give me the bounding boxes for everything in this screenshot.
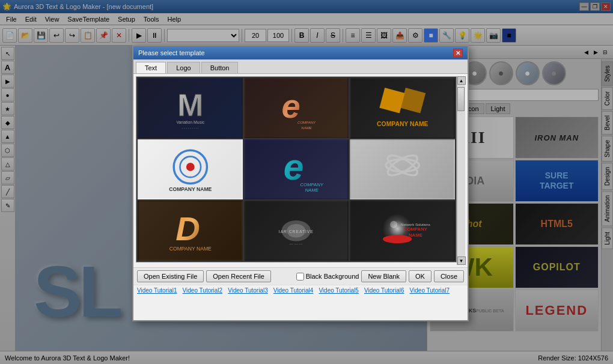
- svg-text:COMPANY NAME: COMPANY NAME: [169, 246, 211, 252]
- modal-title: Please select template: [138, 49, 205, 56]
- svg-point-11: [186, 163, 194, 171]
- template-item-1[interactable]: M Variation Music - - - - - - - - -: [138, 78, 243, 138]
- new-blank-button[interactable]: New Blank: [361, 270, 406, 282]
- scroll-up-button[interactable]: ▲: [457, 76, 466, 85]
- svg-point-26: [390, 221, 397, 228]
- template-item-2[interactable]: e COMPANY NAME: [244, 78, 349, 138]
- svg-point-27: [383, 235, 412, 243]
- scroll-down-button[interactable]: ▼: [457, 256, 466, 265]
- template-modal: Please select template ✕ Text Logo Butto…: [132, 45, 469, 321]
- modal-overlay: Please select template ✕ Text Logo Butto…: [0, 0, 613, 364]
- black-bg-checkbox-label[interactable]: Black Background: [296, 273, 359, 281]
- template-item-5[interactable]: e COMPANY NAME: [244, 139, 349, 199]
- svg-rect-7: [400, 88, 425, 113]
- close-modal-button[interactable]: Close: [434, 270, 464, 282]
- svg-text:- - - - - - - - -: - - - - - - - - -: [182, 126, 198, 130]
- svg-text:NAME: NAME: [305, 187, 319, 193]
- open-file-button[interactable]: Open Existing File: [137, 270, 204, 282]
- tutorial-link-7[interactable]: Video Tutorial7: [410, 287, 450, 294]
- tutorial-links: Video Tutorial1 Video Tutorial2 Video Tu…: [133, 285, 468, 295]
- svg-text:NAME: NAME: [302, 126, 313, 130]
- template-item-3[interactable]: COMPANY NAME: [350, 78, 455, 138]
- ok-button[interactable]: OK: [409, 270, 432, 282]
- black-bg-label: Black Background: [306, 273, 359, 280]
- modal-tab-button[interactable]: Button: [201, 62, 239, 73]
- svg-text:IAR CREATIVE: IAR CREATIVE: [279, 229, 314, 233]
- modal-close-button[interactable]: ✕: [453, 49, 463, 57]
- modal-footer: Open Existing File Open Recent File Blac…: [133, 267, 468, 285]
- svg-text:COMPANY NAME: COMPANY NAME: [377, 121, 428, 127]
- open-recent-button[interactable]: Open Recent File: [206, 270, 271, 282]
- template-scrollbar: ▲ ▼: [457, 76, 465, 265]
- tutorial-link-6[interactable]: Video Tutorial6: [364, 287, 404, 294]
- template-item-9[interactable]: Network Solutions COMPANY NAME: [350, 201, 455, 261]
- tutorial-link-5[interactable]: Video Tutorial5: [319, 287, 359, 294]
- svg-text:---  ---  ---: --- --- ---: [290, 242, 302, 246]
- svg-text:D: D: [175, 210, 200, 247]
- modal-tab-text[interactable]: Text: [136, 62, 166, 73]
- svg-text:COMPANY: COMPANY: [300, 182, 325, 187]
- svg-text:Variation Music: Variation Music: [176, 120, 204, 124]
- scroll-track[interactable]: [457, 85, 465, 256]
- svg-text:e: e: [282, 87, 300, 125]
- svg-text:COMPANY: COMPANY: [297, 121, 316, 124]
- tutorial-link-1[interactable]: Video Tutorial1: [137, 287, 177, 294]
- svg-text:Network Solutions: Network Solutions: [401, 222, 430, 226]
- tutorial-link-4[interactable]: Video Tutorial4: [273, 287, 314, 294]
- svg-text:COMPANY: COMPANY: [404, 226, 428, 232]
- template-item-4[interactable]: COMPANY NAME: [138, 139, 243, 199]
- template-item-8[interactable]: IAR CREATIVE --- --- ---: [244, 201, 349, 261]
- modal-titlebar: Please select template ✕: [133, 46, 468, 59]
- svg-text:M: M: [177, 88, 203, 123]
- template-item-6[interactable]: [350, 139, 455, 199]
- modal-content: M Variation Music - - - - - - - - -: [133, 74, 468, 267]
- svg-text:NAME: NAME: [409, 232, 422, 237]
- svg-rect-6: [379, 88, 404, 113]
- template-item-7[interactable]: D COMPANY NAME: [138, 201, 243, 261]
- tutorial-link-2[interactable]: Video Tutorial2: [183, 287, 223, 294]
- modal-tab-logo[interactable]: Logo: [167, 62, 200, 73]
- black-bg-checkbox[interactable]: [296, 273, 304, 281]
- scroll-thumb[interactable]: [457, 87, 465, 111]
- modal-tabs: Text Logo Button: [133, 59, 468, 74]
- svg-text:COMPANY NAME: COMPANY NAME: [169, 186, 212, 192]
- tutorial-link-3[interactable]: Video Tutorial3: [228, 287, 268, 294]
- template-grid: M Variation Music - - - - - - - - -: [136, 76, 457, 262]
